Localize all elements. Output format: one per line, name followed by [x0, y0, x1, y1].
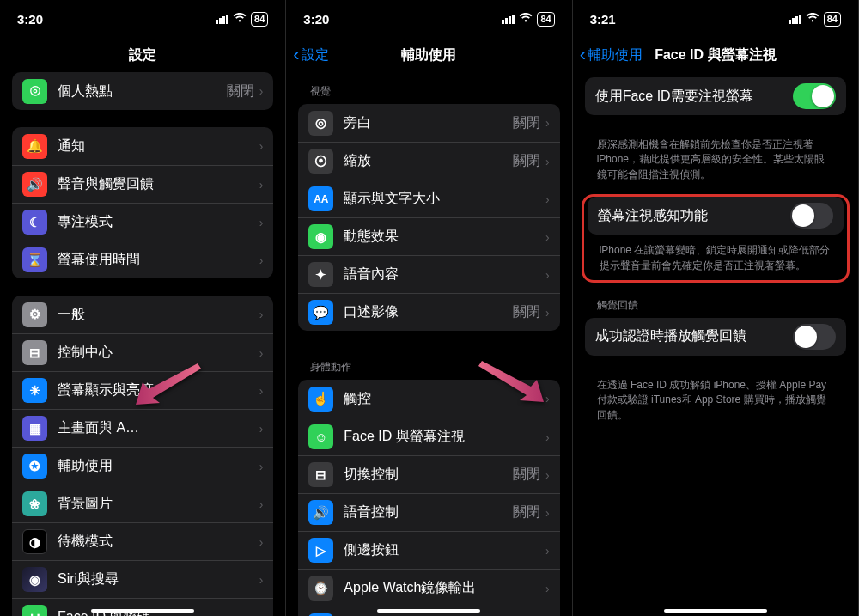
group-haptic: 成功認證時播放觸覺回饋: [585, 318, 846, 356]
chevron-right-icon: ›: [259, 384, 264, 398]
chevron-right-icon: ›: [545, 544, 550, 558]
chevron-right-icon: ›: [259, 253, 264, 267]
status-bar: 3:20 84: [0, 0, 285, 38]
row-voiceover[interactable]: ◎旁白關閉›: [298, 104, 559, 142]
chevron-right-icon: ›: [545, 155, 550, 168]
row-motion[interactable]: ◉動態效果›: [298, 217, 559, 255]
row-control-center[interactable]: ⊟控制中心›: [12, 333, 273, 371]
row-watch-mirror[interactable]: ⌚Apple Watch鏡像輸出›: [298, 569, 559, 607]
chevron-right-icon: ›: [259, 535, 264, 549]
row-spoken[interactable]: ✦語音內容›: [298, 255, 559, 293]
chevron-right-icon: ›: [259, 216, 264, 229]
chevron-right-icon: ›: [259, 84, 264, 98]
group-physical: ☝觸控› ☺Face ID 與螢幕注視› ⊟切換控制關閉› 🔊語音控制關閉› ▷…: [298, 380, 559, 616]
chevron-right-icon: ›: [259, 139, 264, 153]
page-title: Face ID 與螢幕注視: [655, 46, 776, 64]
sliders-icon: ⊟: [22, 340, 47, 365]
bell-icon: 🔔: [22, 134, 47, 159]
chevron-right-icon: ›: [545, 582, 550, 595]
row-haptic-success[interactable]: 成功認證時播放觸覺回饋: [585, 318, 846, 356]
nav-bar: 設定: [0, 38, 285, 72]
flower-icon: ❀: [22, 491, 47, 516]
back-button[interactable]: ‹設定: [293, 38, 328, 72]
row-display-text[interactable]: AA顯示與文字大小›: [298, 180, 559, 217]
nav-bar: ‹輔助使用 Face ID 與螢幕注視: [573, 38, 858, 72]
row-accessibility[interactable]: ✪輔助使用›: [12, 447, 273, 485]
chevron-right-icon: ›: [259, 573, 264, 587]
group-alerts: 🔔通知› 🔊聲音與觸覺回饋› ☾專注模式› ⌛螢幕使用時間›: [12, 127, 273, 278]
row-wallpaper[interactable]: ❀背景圖片›: [12, 485, 273, 522]
group-attention-unlock: 使用Face ID需要注視螢幕: [585, 77, 846, 115]
section-header-haptic: 觸覺回饋: [573, 286, 858, 318]
chevron-right-icon: ›: [545, 230, 550, 244]
chevron-left-icon: ‹: [293, 44, 299, 66]
row-side-button[interactable]: ▷側邊按鈕›: [298, 531, 559, 569]
row-sounds[interactable]: 🔊聲音與觸覺回饋›: [12, 165, 273, 203]
row-zoom[interactable]: ⦿縮放關閉›: [298, 142, 559, 180]
hourglass-icon: ⌛: [22, 247, 47, 272]
home-indicator[interactable]: [91, 609, 194, 613]
row-audio-desc[interactable]: 💬口述影像關閉›: [298, 293, 559, 331]
faceid-icon: ⸬: [22, 605, 47, 616]
cellular-icon: [502, 15, 515, 24]
chevron-right-icon: ›: [545, 468, 550, 482]
chevron-right-icon: ›: [259, 611, 264, 617]
footer-attention-aware: iPhone 在讓螢幕變暗、鎖定時展開通知或降低部分提示聲音量前會先確定你是否正…: [584, 240, 847, 275]
screen-settings: 3:20 84 設定 ⦾ 個人熱點 關閉 › 🔔通知› 🔊聲音與觸覺回饋› ☾專…: [0, 0, 286, 616]
row-display[interactable]: ☀螢幕顯示與亮度›: [12, 371, 273, 409]
row-faceid[interactable]: ⸬Face ID 與密碼›: [12, 598, 273, 616]
textsize-icon: AA: [308, 186, 333, 211]
row-faceid-attention[interactable]: ☺Face ID 與螢幕注視›: [298, 418, 559, 455]
cellular-icon: [789, 15, 801, 24]
row-siri[interactable]: ◉Siri與搜尋›: [12, 560, 273, 598]
wifi-icon: [806, 13, 819, 26]
motion-icon: ◉: [308, 224, 333, 249]
accessibility-icon: ✪: [22, 454, 47, 479]
standby-icon: ◑: [22, 529, 47, 554]
status-time: 3:21: [590, 12, 616, 27]
chevron-right-icon: ›: [545, 392, 550, 406]
row-attention-aware[interactable]: 螢幕注視感知功能: [588, 197, 844, 235]
row-voice-control[interactable]: 🔊語音控制關閉›: [298, 493, 559, 531]
battery-icon: 84: [537, 12, 554, 27]
chevron-right-icon: ›: [259, 497, 264, 511]
home-indicator[interactable]: [664, 609, 767, 613]
chevron-right-icon: ›: [259, 308, 264, 321]
nav-bar: ‹設定 輔助使用: [286, 38, 571, 72]
chevron-left-icon: ‹: [580, 44, 586, 66]
touch-icon: ☝: [308, 387, 333, 412]
row-homescreen[interactable]: ▦主畫面與 A…›: [12, 409, 273, 447]
status-bar: 3:21 84: [573, 0, 858, 38]
screen-faceid-attention: 3:21 84 ‹輔助使用 Face ID 與螢幕注視 使用Face ID需要注…: [573, 0, 859, 616]
zoom-icon: ⦿: [308, 149, 333, 174]
row-general[interactable]: ⚙一般›: [12, 296, 273, 333]
toggle-haptic-success[interactable]: [793, 324, 836, 350]
row-screentime[interactable]: ⌛螢幕使用時間›: [12, 241, 273, 278]
row-require-attention[interactable]: 使用Face ID需要注視螢幕: [585, 77, 846, 115]
chevron-right-icon: ›: [259, 422, 264, 436]
chevron-right-icon: ›: [545, 506, 550, 520]
face-icon: ☺: [308, 424, 333, 449]
voice-icon: 🔊: [308, 500, 333, 525]
row-focus[interactable]: ☾專注模式›: [12, 203, 273, 241]
battery-icon: 84: [824, 12, 841, 27]
row-touch[interactable]: ☝觸控›: [298, 380, 559, 418]
chevron-right-icon: ›: [545, 430, 550, 444]
group-vision: ◎旁白關閉› ⦿縮放關閉› AA顯示與文字大小› ◉動態效果› ✦語音內容› 💬…: [298, 104, 559, 331]
gear-icon: ⚙: [22, 302, 47, 327]
chevron-right-icon: ›: [545, 268, 550, 282]
row-switch-control[interactable]: ⊟切換控制關閉›: [298, 455, 559, 493]
row-notifications[interactable]: 🔔通知›: [12, 127, 273, 165]
speak-icon: ✦: [308, 262, 333, 287]
home-indicator[interactable]: [377, 609, 480, 613]
toggle-require-attention[interactable]: [793, 83, 836, 109]
battery-icon: 84: [251, 12, 268, 27]
back-button[interactable]: ‹輔助使用: [580, 38, 643, 72]
sun-icon: ☀: [22, 378, 47, 403]
screen-accessibility: 3:20 84 ‹設定 輔助使用 視覺 ◎旁白關閉› ⦿縮放關閉› AA顯示與文…: [286, 0, 572, 616]
annotation-highlight: 螢幕注視感知功能 iPhone 在讓螢幕變暗、鎖定時展開通知或降低部分提示聲音量…: [582, 194, 850, 283]
row-personal-hotspot[interactable]: ⦾ 個人熱點 關閉 ›: [12, 72, 273, 110]
row-standby[interactable]: ◑待機模式›: [12, 522, 273, 560]
footer-haptic: 在透過 Face ID 成功解鎖 iPhone、授權 Apple Pay付款或驗…: [573, 373, 858, 435]
toggle-attention-aware[interactable]: [790, 203, 833, 229]
